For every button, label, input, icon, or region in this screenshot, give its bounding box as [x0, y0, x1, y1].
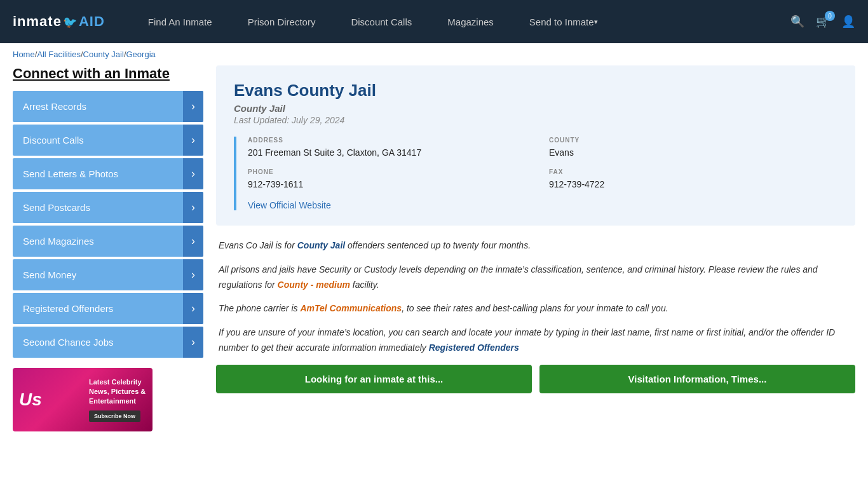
breadcrumb-home[interactable]: Home	[13, 50, 35, 59]
chevron-right-icon: ›	[183, 293, 203, 324]
sidebar-title: Connect with an Inmate	[13, 65, 203, 82]
logo[interactable]: inmate🐦AID	[13, 13, 105, 30]
ad-line2: News, Pictures &	[89, 387, 146, 396]
desc-para1-before: Evans Co Jail is for	[219, 240, 297, 250]
phone-group: PHONE 912-739-1611	[248, 168, 536, 191]
county-group: COUNTY Evans	[549, 137, 837, 159]
sidebar-send-letters[interactable]: Send Letters & Photos ›	[13, 158, 203, 189]
desc-para1-after: offenders sentenced up to twenty four mo…	[345, 240, 531, 250]
looking-for-inmate-button[interactable]: Looking for an inmate at this...	[216, 365, 532, 393]
nav-prison-directory[interactable]: Prison Directory	[230, 0, 334, 43]
breadcrumb-county-jail[interactable]: County Jail	[83, 50, 124, 59]
desc-para4-text: If you are unsure of your inmate’s locat…	[219, 327, 835, 353]
main-nav: Find An Inmate Prison Directory Discount…	[130, 0, 790, 43]
desc-para1: Evans Co Jail is for County Jail offende…	[219, 238, 853, 254]
header-icons: 🔍 🛒0 👤	[790, 15, 855, 29]
visitation-info-button[interactable]: Visitation Information, Times...	[539, 365, 855, 393]
logo-bird: 🐦	[63, 16, 78, 29]
sidebar-arrest-records-label: Arrest Records	[23, 101, 86, 112]
desc-para3-after: , to see their rates and best-calling pl…	[402, 303, 668, 313]
bottom-buttons: Looking for an inmate at this... Visitat…	[216, 365, 855, 393]
facility-name: Evans County Jail	[234, 81, 837, 100]
nav-find-inmate[interactable]: Find An Inmate	[130, 0, 230, 43]
sidebar-send-magazines[interactable]: Send Magazines ›	[13, 226, 203, 257]
desc-para3: The phone carrier is AmTel Communication…	[219, 301, 853, 316]
county-label: COUNTY	[549, 137, 837, 144]
county-value: Evans	[549, 146, 837, 159]
view-website-link[interactable]: View Official Website	[248, 200, 331, 210]
desc-para2: All prisons and jails have Security or C…	[219, 262, 853, 293]
address-value: 201 Freeman St Suite 3, Claxton, GA 3141…	[248, 146, 536, 159]
sidebar-send-letters-label: Send Letters & Photos	[23, 168, 118, 179]
logo-aid: AID	[79, 13, 105, 29]
facility-info: ADDRESS 201 Freeman St Suite 3, Claxton,…	[234, 137, 837, 210]
fax-label: FAX	[549, 168, 837, 175]
sidebar-registered-offenders-label: Registered Offenders	[23, 303, 113, 314]
chevron-right-icon: ›	[183, 327, 203, 358]
sidebar-send-postcards[interactable]: Send Postcards ›	[13, 192, 203, 223]
chevron-right-icon: ›	[183, 158, 203, 189]
sidebar: Connect with an Inmate Arrest Records › …	[13, 65, 203, 431]
desc-para4: If you are unsure of your inmate’s locat…	[219, 325, 853, 356]
sidebar-send-money-label: Send Money	[23, 269, 76, 280]
chevron-right-icon: ›	[183, 259, 203, 290]
sidebar-menu: Arrest Records › Discount Calls › Send L…	[13, 91, 203, 358]
sidebar-send-magazines-label: Send Magazines	[23, 236, 94, 247]
breadcrumb-all-facilities[interactable]: All Facilities	[37, 50, 81, 59]
nav-discount-calls[interactable]: Discount Calls	[333, 0, 430, 43]
sidebar-discount-calls-label: Discount Calls	[23, 135, 84, 146]
sidebar-send-postcards-label: Send Postcards	[23, 202, 90, 213]
chevron-right-icon: ›	[183, 91, 203, 122]
breadcrumb: Home / All Facilities / County Jail / Ge…	[0, 43, 868, 65]
website-group: View Official Website	[248, 200, 837, 210]
facility-card: Evans County Jail County Jail Last Updat…	[216, 65, 855, 226]
sidebar-second-chance[interactable]: Second Chance Jobs ›	[13, 327, 203, 358]
search-icon[interactable]: 🔍	[790, 15, 804, 29]
sidebar-registered-offenders[interactable]: Registered Offenders ›	[13, 293, 203, 324]
main-content: Evans County Jail County Jail Last Updat…	[216, 65, 855, 431]
address-label: ADDRESS	[248, 137, 536, 144]
registered-offenders-link[interactable]: Registered Offenders	[429, 342, 519, 353]
facility-updated: Last Updated: July 29, 2024	[234, 115, 837, 125]
sidebar-send-money[interactable]: Send Money ›	[13, 259, 203, 290]
fax-group: FAX 912-739-4722	[549, 168, 837, 191]
cart-badge: 0	[825, 11, 835, 21]
amtel-link[interactable]: AmTel Communications	[300, 303, 402, 313]
ad-subscribe-button[interactable]: Subscribe Now	[89, 410, 140, 423]
county-medium-link[interactable]: County - medium	[278, 280, 350, 290]
sidebar-second-chance-label: Second Chance Jobs	[23, 337, 114, 348]
facility-description: Evans Co Jail is for County Jail offende…	[216, 238, 855, 356]
chevron-right-icon: ›	[183, 125, 203, 156]
cart-icon[interactable]: 🛒0	[816, 15, 830, 29]
nav-magazines[interactable]: Magazines	[430, 0, 512, 43]
main-layout: Connect with an Inmate Arrest Records › …	[0, 65, 868, 444]
logo-text: inmate🐦AID	[13, 13, 105, 30]
chevron-right-icon: ›	[183, 192, 203, 223]
phone-label: PHONE	[248, 168, 536, 175]
sidebar-arrest-records[interactable]: Arrest Records ›	[13, 91, 203, 122]
user-icon[interactable]: 👤	[841, 15, 855, 29]
ad-banner[interactable]: Us Latest Celebrity News, Pictures & Ent…	[13, 368, 153, 431]
county-jail-link[interactable]: County Jail	[297, 240, 345, 250]
ad-logo: Us	[19, 390, 42, 410]
ad-line3: Entertainment	[89, 396, 146, 406]
header: inmate🐦AID Find An Inmate Prison Directo…	[0, 0, 868, 43]
phone-value: 912-739-1611	[248, 178, 536, 191]
desc-para2-after: facility.	[350, 280, 379, 290]
ad-content: Latest Celebrity News, Pictures & Entert…	[83, 371, 153, 429]
desc-para3-before: The phone carrier is	[219, 303, 300, 313]
sidebar-discount-calls[interactable]: Discount Calls ›	[13, 125, 203, 156]
ad-line1: Latest Celebrity	[89, 377, 146, 387]
address-group: ADDRESS 201 Freeman St Suite 3, Claxton,…	[248, 137, 536, 159]
fax-value: 912-739-4722	[549, 178, 837, 191]
facility-type: County Jail	[234, 103, 837, 114]
chevron-right-icon: ›	[183, 226, 203, 257]
nav-send-to-inmate[interactable]: Send to Inmate	[512, 0, 616, 43]
breadcrumb-georgia[interactable]: Georgia	[126, 50, 156, 59]
